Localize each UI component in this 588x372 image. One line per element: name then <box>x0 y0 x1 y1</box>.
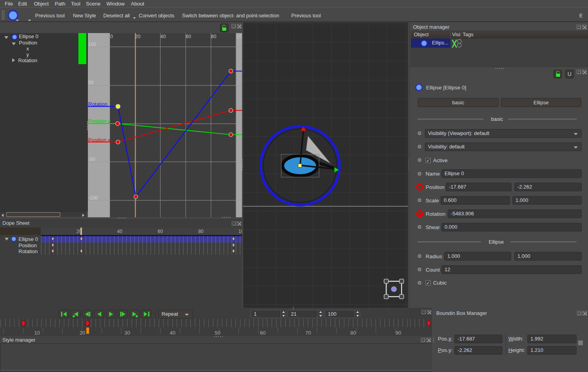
svg-text:50: 50 <box>215 330 220 336</box>
svg-text:20: 20 <box>80 330 85 336</box>
svg-text:80: 80 <box>350 330 356 336</box>
svg-text:0: 0 <box>110 34 113 39</box>
svg-text:90: 90 <box>396 330 401 336</box>
svg-text:60: 60 <box>186 34 191 39</box>
svg-text:100: 100 <box>88 42 96 47</box>
svg-text:80: 80 <box>211 34 216 39</box>
svg-text:70: 70 <box>305 330 311 336</box>
svg-text:40: 40 <box>160 34 166 39</box>
svg-text:60: 60 <box>260 330 266 336</box>
svg-text:50: 50 <box>88 80 94 85</box>
svg-text:10: 10 <box>236 34 242 39</box>
svg-text:-100: -100 <box>88 195 98 201</box>
svg-text:10: 10 <box>34 330 40 336</box>
svg-text:-50: -50 <box>88 157 95 162</box>
svg-text:Position x: Position x <box>88 137 111 143</box>
svg-text:30: 30 <box>125 330 130 336</box>
svg-text:20: 20 <box>135 34 141 39</box>
svg-text:Position y: Position y <box>88 118 111 124</box>
svg-text:Rotation: Rotation <box>88 101 107 107</box>
svg-text:40: 40 <box>170 330 175 336</box>
